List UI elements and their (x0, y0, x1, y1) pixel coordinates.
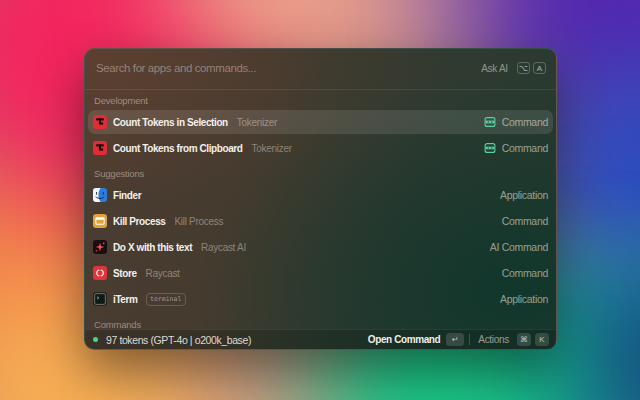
list-item[interactable]: FinderApplication (88, 183, 553, 207)
item-type-label: Command (502, 116, 548, 128)
item-title: Store (113, 268, 137, 279)
section-header-development: Development (94, 94, 547, 108)
item-type-label: Command (502, 142, 548, 154)
item-title: Count Tokens from Clipboard (113, 143, 243, 154)
search-bar[interactable]: Search for apps and commands... Ask AI ⌥… (85, 49, 556, 90)
section-header-commands: Commands (94, 318, 547, 329)
item-title: Count Tokens in Selection (113, 117, 228, 128)
ask-ai-shortcut[interactable]: Ask AI ⌥ A (481, 62, 546, 75)
raycast-store-icon (93, 266, 107, 280)
item-subtitle: Raycast (146, 268, 180, 279)
ask-ai-label: Ask AI (481, 63, 508, 74)
status-text: 97 tokens (GPT-4o | o200k_base) (106, 334, 251, 346)
option-key-icon: ⌥ (517, 62, 530, 75)
list-item[interactable]: StoreRaycastCommand (88, 261, 553, 285)
section-header-suggestions: Suggestions (94, 167, 547, 181)
item-tag: terminal (146, 293, 186, 306)
open-command-button[interactable]: Open Command (368, 334, 440, 345)
search-input[interactable]: Search for apps and commands... (96, 62, 481, 74)
tokenizer-icon (93, 141, 107, 155)
kill-process-icon (93, 214, 107, 228)
item-type-label: AI Command (490, 241, 548, 253)
status-dot (93, 337, 98, 342)
return-key-icon: ↵ (446, 333, 464, 346)
item-type-label: Command (502, 267, 548, 279)
results-list: DevelopmentCount Tokens in SelectionToke… (85, 91, 556, 329)
command-green-icon (484, 142, 496, 154)
raycast-ai-icon (93, 240, 107, 254)
item-subtitle: Tokenizer (237, 117, 277, 128)
list-item[interactable]: iTermterminalApplication (88, 287, 553, 311)
item-title: iTerm (113, 294, 138, 305)
footer-bar: 97 tokens (GPT-4o | o200k_base) Open Com… (85, 329, 556, 349)
command-green-icon (484, 116, 496, 128)
item-type-label: Command (502, 215, 548, 227)
item-title: Kill Process (113, 216, 165, 227)
list-item[interactable]: Count Tokens in SelectionTokenizerComman… (88, 110, 553, 134)
k-key: K (535, 333, 549, 346)
item-type-label: Application (500, 189, 548, 201)
actions-button[interactable]: Actions (478, 334, 509, 345)
item-type-label: Application (500, 293, 548, 305)
item-subtitle: Kill Process (174, 216, 223, 227)
footer-divider (469, 334, 470, 345)
item-title: Do X with this text (113, 242, 192, 253)
tokenizer-icon (93, 115, 107, 129)
finder-icon (93, 188, 107, 202)
list-item[interactable]: Do X with this textRaycast AIAI Command (88, 235, 553, 259)
raycast-window: Search for apps and commands... Ask AI ⌥… (84, 48, 557, 350)
list-item[interactable]: Kill ProcessKill ProcessCommand (88, 209, 553, 233)
a-key: A (533, 62, 546, 75)
list-item[interactable]: Count Tokens from ClipboardTokenizerComm… (88, 136, 553, 160)
item-subtitle: Raycast AI (201, 242, 246, 253)
cmd-key-icon: ⌘ (517, 333, 531, 346)
item-subtitle: Tokenizer (252, 143, 292, 154)
iterm-icon (93, 292, 107, 306)
item-title: Finder (113, 190, 141, 201)
